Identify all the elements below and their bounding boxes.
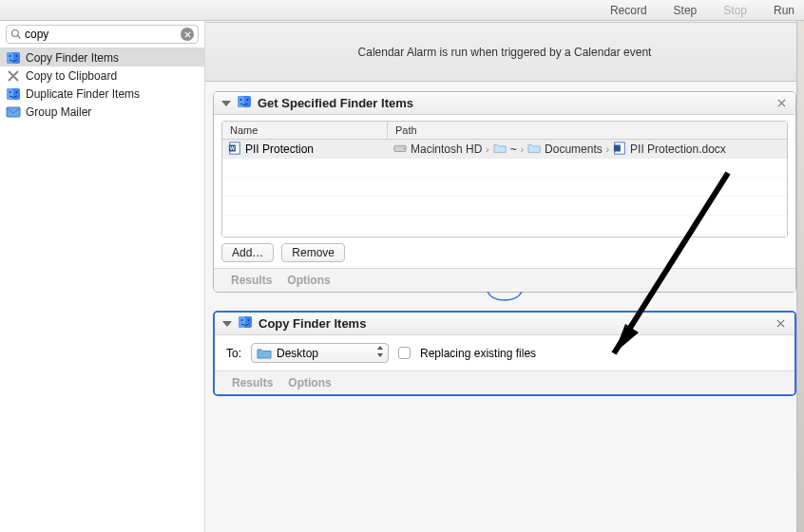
table-empty-area [222, 159, 787, 237]
col-path[interactable]: Path [388, 122, 787, 139]
svg-rect-12 [238, 96, 244, 107]
search-field[interactable] [6, 25, 199, 44]
options-tab[interactable]: Options [287, 274, 330, 287]
action-block-get-specified-finder-items: Get Specified Finder Items Name Path W P… [213, 91, 796, 293]
block-close-button[interactable] [774, 316, 787, 330]
disclosure-triangle-icon[interactable] [222, 321, 232, 327]
clear-search-button[interactable] [181, 28, 194, 41]
action-block-copy-finder-items: Copy Finder Items To: Desktop Repl [213, 311, 796, 396]
desktop-background-strip [796, 21, 804, 532]
svg-rect-23 [239, 316, 245, 328]
results-tab[interactable]: Results [231, 274, 272, 287]
svg-point-24 [241, 319, 243, 321]
block-close-button[interactable] [775, 96, 788, 109]
table-row[interactable]: W PII Protection Macintosh HD› ~› Docume… [222, 140, 787, 159]
svg-rect-7 [7, 88, 13, 100]
toolbar: Record Step Stop Run [0, 0, 804, 21]
record-button[interactable]: Record [610, 4, 647, 17]
svg-point-14 [247, 99, 249, 101]
file-path: Macintosh HD› ~› Documents› PII Protecti… [388, 142, 787, 158]
actions-list: Copy Finder Items Copy to Clipboard Dupl… [0, 48, 204, 121]
close-icon [776, 319, 785, 328]
run-button[interactable]: Run [774, 4, 794, 17]
finder-icon [6, 50, 21, 66]
search-icon [10, 28, 22, 40]
action-item-copy-to-clipboard[interactable]: Copy to Clipboard [0, 66, 204, 85]
svg-point-5 [16, 55, 18, 57]
add-button[interactable]: Add… [221, 243, 274, 262]
folder-icon [493, 142, 507, 158]
remove-button[interactable]: Remove [281, 243, 345, 262]
svg-point-19 [403, 147, 404, 148]
destination-popup[interactable]: Desktop [251, 343, 389, 363]
col-name[interactable]: Name [222, 122, 388, 139]
disclosure-triangle-icon[interactable] [221, 101, 231, 106]
action-item-group-mailer[interactable]: Group Mailer [0, 103, 204, 121]
action-label: Duplicate Finder Items [26, 87, 140, 101]
svg-line-1 [18, 36, 21, 39]
svg-rect-10 [7, 107, 20, 117]
file-name: PII Protection [245, 142, 314, 156]
destination-value: Desktop [277, 347, 376, 360]
block-title: Get Specified Finder Items [258, 96, 413, 110]
step-button[interactable]: Step [674, 4, 698, 17]
action-label: Copy Finder Items [26, 51, 119, 65]
folder-icon [527, 142, 541, 158]
clipboard-icon [6, 68, 21, 84]
action-label: Group Mailer [26, 105, 91, 119]
svg-rect-3 [7, 52, 13, 64]
search-input[interactable] [25, 28, 181, 41]
items-table: Name Path W PII Protection Macintosh HD› [221, 121, 788, 238]
finder-icon [6, 86, 21, 102]
action-item-duplicate-finder-items[interactable]: Duplicate Finder Items [0, 85, 204, 103]
action-label: Copy to Clipboard [26, 69, 117, 83]
folder-icon [257, 348, 272, 359]
word-doc-icon: W [228, 142, 241, 158]
svg-point-0 [12, 30, 19, 37]
stop-button: Stop [723, 4, 747, 17]
replace-label: Replacing existing files [420, 347, 536, 360]
word-doc-icon [613, 142, 626, 158]
actions-sidebar: Copy Finder Items Copy to Clipboard Dupl… [0, 21, 205, 532]
svg-point-25 [248, 319, 250, 321]
svg-point-8 [10, 91, 11, 93]
close-icon [184, 31, 191, 38]
connector [486, 292, 524, 303]
svg-text:W: W [230, 145, 235, 151]
finder-icon [237, 94, 252, 113]
options-tab[interactable]: Options [288, 376, 331, 390]
replace-checkbox[interactable] [398, 347, 411, 359]
svg-point-13 [240, 99, 242, 101]
stepper-arrows-icon [376, 345, 384, 361]
results-tab[interactable]: Results [232, 376, 273, 390]
close-icon [777, 99, 786, 107]
svg-rect-21 [614, 144, 621, 151]
finder-icon [238, 314, 253, 333]
svg-point-4 [10, 55, 11, 57]
block-title: Copy Finder Items [258, 316, 366, 331]
mail-icon [6, 104, 21, 120]
workflow-canvas: Calendar Alarm is run when triggered by … [205, 21, 804, 532]
svg-point-9 [16, 91, 18, 93]
disk-icon [393, 142, 407, 158]
action-item-copy-finder-items[interactable]: Copy Finder Items [0, 48, 204, 66]
to-label: To: [226, 347, 241, 360]
workflow-info-bar: Calendar Alarm is run when triggered by … [205, 23, 804, 82]
